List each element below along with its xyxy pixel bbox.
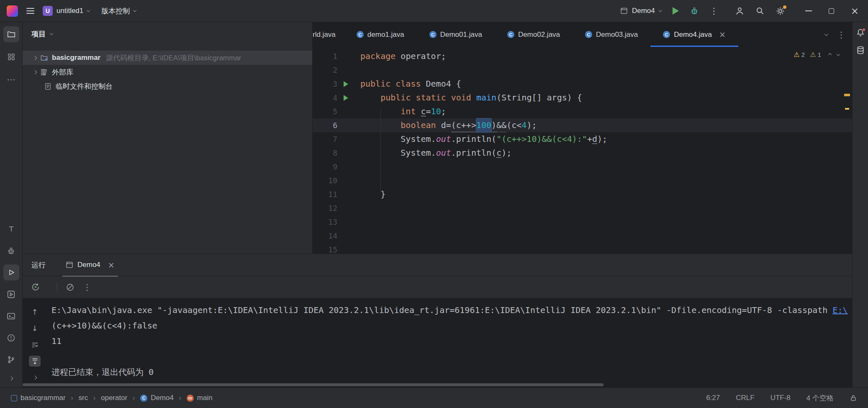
services-tool-window-button[interactable] — [3, 286, 19, 302]
run-config-icon — [66, 261, 73, 269]
settings-badge — [783, 5, 786, 9]
code-line[interactable]: 1package operator; — [313, 49, 852, 63]
code-line[interactable]: 4 public static void main(String[] args)… — [313, 91, 852, 105]
code-line[interactable]: 8 System.out.println(c); — [313, 146, 852, 160]
code-line[interactable]: 7 System.out.println("(c++>10)&&(c<4):"+… — [313, 132, 852, 146]
breadcrumb-class[interactable]: C Demo4 — [140, 394, 174, 402]
code-line[interactable]: 2 — [313, 63, 852, 77]
line-separator-widget[interactable]: CRLF — [736, 394, 754, 402]
readonly-toggle[interactable] — [850, 394, 857, 402]
main-menu-button[interactable] — [26, 8, 34, 14]
database-tool-window-button[interactable] — [856, 46, 865, 55]
breadcrumb-label: main — [197, 394, 213, 402]
window-minimize-button[interactable] — [805, 10, 812, 11]
prev-problem-icon[interactable] — [828, 53, 832, 56]
more-tool-windows-button[interactable]: ⋯ — [3, 72, 19, 87]
search-everywhere-button[interactable] — [755, 6, 765, 15]
toolbar-more-icon[interactable]: ⋮ — [83, 283, 91, 291]
tab-demo03-java[interactable]: C Demo03.java — [573, 22, 650, 47]
problems-tool-window-button[interactable] — [3, 330, 19, 346]
more-actions-button[interactable]: ⋮ — [710, 7, 718, 15]
method-icon: m — [187, 395, 194, 402]
expand-chevron-icon[interactable] — [33, 70, 37, 74]
tab-demo1-java[interactable]: C demo1.java — [344, 22, 417, 47]
code-editor[interactable]: 1package operator;23public class Demo4 {… — [313, 47, 852, 254]
jump-down-button[interactable]: ↓ — [29, 323, 41, 334]
project-panel-header[interactable]: 项目 — [23, 22, 312, 46]
scroll-to-end-button[interactable] — [29, 356, 41, 367]
indent-widget[interactable]: 4 个空格 — [806, 393, 834, 403]
rerun-button[interactable] — [31, 282, 40, 292]
scrollbar-warning-mark[interactable] — [845, 108, 849, 110]
console-lines: E:\Java\bin\java.exe "-javaagent:E:\IDEA… — [51, 303, 852, 380]
tab-helloworld-java[interactable]: rld.java — [313, 22, 344, 47]
code-line[interactable]: 9 — [313, 160, 852, 174]
tab-demo01-java[interactable]: C Demo01.java — [417, 22, 495, 47]
settings-button[interactable] — [776, 6, 785, 16]
code-line[interactable]: 14 — [313, 229, 852, 243]
terminal-tool-window-button[interactable] — [3, 308, 19, 324]
breadcrumb-method[interactable]: m main — [187, 394, 213, 402]
tab-list-chevron-icon[interactable] — [824, 32, 829, 36]
vcs-widget[interactable]: 版本控制 — [101, 6, 136, 16]
console-line: 进程已结束，退出代码为 0 — [51, 364, 852, 380]
run-configuration-widget[interactable]: Demo4 — [620, 7, 662, 15]
library-icon — [40, 68, 48, 76]
encoding-widget[interactable]: UTF-8 — [770, 394, 791, 402]
close-tab-icon[interactable]: × — [719, 31, 726, 38]
stripe-more-button[interactable] — [3, 373, 19, 383]
console-more-button[interactable] — [29, 372, 41, 383]
code-line[interactable]: 6 boolean d=(c++>100)&&(c<4); — [313, 118, 852, 132]
tree-item-scratches[interactable]: 临时文件和控制台 — [23, 79, 312, 93]
code-line[interactable]: 5 int c=10; — [313, 105, 852, 118]
tab-demo4-java[interactable]: C Demo4.java × — [650, 22, 738, 47]
console-output[interactable]: E:\Java\bin\java.exe "-javaagent:E:\IDEA… — [47, 298, 852, 387]
right-tool-stripe — [852, 22, 868, 387]
run-line-icon[interactable] — [344, 95, 348, 101]
code-with-me-button[interactable] — [735, 6, 745, 16]
chevron-right-icon — [33, 375, 37, 380]
notifications-button[interactable] — [856, 28, 865, 37]
horizontal-scrollbar[interactable] — [23, 383, 603, 386]
project-tool-window-button[interactable] — [3, 26, 19, 42]
run-tab-demo4[interactable]: Demo4 × — [62, 254, 118, 276]
breadcrumb-src[interactable]: src — [79, 394, 88, 402]
tab-options-icon[interactable]: ⋮ — [837, 31, 845, 39]
scrollbar-warning-mark[interactable] — [844, 94, 850, 96]
run-button[interactable] — [673, 7, 679, 15]
todo-tool-window-button[interactable] — [3, 221, 19, 237]
project-widget[interactable]: U untitled1 — [43, 6, 90, 16]
caret-position-widget[interactable]: 6:27 — [706, 394, 720, 402]
jump-up-button[interactable]: ↑ — [29, 307, 41, 318]
expand-chevron-icon[interactable] — [33, 56, 37, 60]
run-tool-window-button[interactable] — [3, 264, 19, 280]
clear-all-button[interactable] — [66, 283, 74, 292]
code-line[interactable]: 13 — [313, 215, 852, 229]
next-problem-icon[interactable] — [837, 52, 840, 56]
breadcrumb-separator: › — [93, 394, 96, 402]
version-control-tool-window-button[interactable] — [3, 352, 19, 367]
code-line[interactable]: 15 — [313, 243, 852, 254]
code-line[interactable]: 10 — [313, 174, 852, 187]
close-run-tab-icon[interactable]: × — [108, 261, 115, 269]
code-line[interactable]: 3public class Demo4 { — [313, 77, 852, 91]
code-line[interactable]: 12 — [313, 201, 852, 215]
breadcrumb-module[interactable]: basicgrammar — [11, 394, 66, 402]
structure-tool-window-button[interactable] — [3, 49, 19, 65]
soft-wrap-button[interactable] — [29, 339, 41, 350]
debug-tool-window-button[interactable] — [3, 243, 19, 259]
window-maximize-button[interactable] — [829, 8, 834, 14]
tree-item-basicgrammar[interactable]: basicgrammar 源代码根目录, E:\IDEA\项目\basicgra… — [23, 51, 312, 65]
inspections-widget[interactable]: ⚠ 2 ⚠ 1 — [794, 51, 840, 58]
gutter — [337, 105, 360, 118]
line-number: 11 — [313, 187, 337, 201]
code-line[interactable]: 11 } — [313, 187, 852, 201]
tab-demo02-java[interactable]: C Demo02.java — [495, 22, 573, 47]
weak-warnings-item: ⚠ 1 — [810, 51, 821, 58]
tree-item-external-libraries[interactable]: 外部库 — [23, 65, 312, 79]
debug-button[interactable] — [690, 6, 699, 15]
run-line-icon[interactable] — [344, 81, 348, 87]
breadcrumb-operator[interactable]: operator — [101, 394, 127, 402]
window-close-button[interactable]: × — [851, 6, 859, 16]
console-classpath-link[interactable]: E:\ — [832, 305, 847, 315]
